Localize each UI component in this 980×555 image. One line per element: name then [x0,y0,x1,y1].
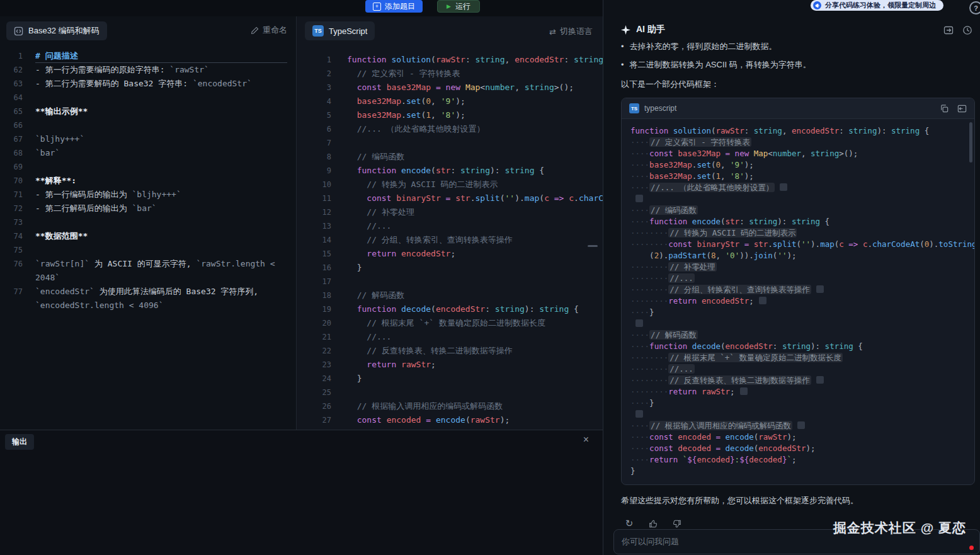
output-tab[interactable]: 输出 [5,434,34,450]
code-line: 63- 第二行为需要解码的 Base32 字符串: `encodedStr` [0,77,296,91]
line-number: 66 [0,118,35,132]
close-icon[interactable]: × [583,434,589,445]
share-banner-button[interactable]: 分享代码练习体验，领限量定制周边 [811,0,943,11]
code-line [630,193,974,205]
share-banner-label: 分享代码练习体验，领限量定制周边 [825,1,936,10]
code-line: 64 [0,91,296,105]
code-line: (2).padStart(8, '0')).join(''); [630,250,974,261]
line-number: 8 [297,150,347,164]
code-line: 22 // 反查转换表、转换二进制数据等操作 [297,344,603,358]
add-question-label: 添加题目 [385,1,415,12]
line-number: 76 [0,257,35,271]
code-line: 9 function encode(str: string): string { [297,164,603,178]
code-line: ····const encoded = encode(rawStr); [630,432,974,443]
ai-code-content[interactable]: function solution(rawStr: string, encode… [622,119,974,484]
code-line: 21 //... [297,330,603,344]
rename-label: 重命名 [263,25,287,36]
problem-title-tab[interactable]: Base32 编码和解码 [6,21,107,40]
play-icon: ▶ [447,3,451,9]
copy-icon[interactable] [940,104,949,113]
line-number: 27 [297,413,347,427]
code-line: 1# 问题描述 [0,49,296,63]
code-line [630,318,974,329]
code-line: 75 [0,243,296,257]
code-line: ········return rawStr; [630,386,974,398]
code-line: 5 base32Map.set(1, '8'); [297,108,603,122]
switch-icon: ⇄ [549,27,556,37]
sparkle-icon [621,25,630,35]
ai-chat-input[interactable]: 你可以问我问题 [613,529,980,554]
ai-assistant-panel: AI 助手 • 去掉补充的零，得到原始的二进制数据。 • 将二进制数据转换为 A… [603,0,980,555]
code-line: ····} [630,307,974,318]
language-tab[interactable]: TS TypeScript [305,21,375,40]
run-button[interactable]: ▶ 运行 [437,0,480,13]
code-line: 1function solution(rawStr: string, encod… [297,53,603,67]
add-icon: + [373,3,381,11]
markdown-editor[interactable]: 1# 问题描述62- 第一行为需要编码的原始字符串: `rawStr`63- 第… [0,45,296,430]
code-line: 72- 第二行解码后的输出为 `bar` [0,202,296,215]
code-line: ····base32Map.set(1, '8'); [630,171,974,182]
code-line: ····return `${encoded}:${decoded}`; [630,454,974,466]
line-number: 22 [297,344,347,358]
code-language-label: typescript [644,104,676,113]
line-number: 26 [297,399,347,413]
code-line: 7 [297,136,603,150]
code-line: ····function decode(encodedStr: string):… [630,341,974,352]
ai-input-placeholder: 你可以问我问题 [622,536,679,547]
problem-icon [14,26,23,36]
code-line: ····} [630,398,974,409]
app-root: + 添加题目 ▶ 运行 分享代码练习体验，领限量定制周边 ? Base32 编码… [0,0,980,555]
code-block-header: TS typescript [622,98,974,119]
code-line: 8 // 编码函数 [297,150,603,164]
switch-language-label: 切换语言 [560,26,593,37]
line-number: 16 [297,261,347,275]
code-line: 27 const encoded = encode(rawStr); [297,413,603,427]
line-number: 10 [297,178,347,192]
line-number: 15 [297,247,347,261]
code-block-actions [940,104,967,113]
megaphone-icon [813,1,821,9]
code-line: 3 const base32Map = new Map<number, stri… [297,81,603,94]
switch-language-button[interactable]: ⇄ 切换语言 [549,26,593,37]
line-number: 68 [0,146,35,160]
code-line: ····// 解码函数 [630,329,974,341]
code-line: 24 } [297,372,603,386]
code-line: `encodedStr.length < 4096` [0,299,296,312]
line-number: 65 [0,105,35,118]
code-line: 77`encodedStr` 为使用此算法编码后的 Base32 字符序列, [0,285,296,299]
line-number: 72 [0,202,35,215]
code-line: 18 // 解码函数 [297,289,603,302]
scrollbar-thumb[interactable] [588,245,598,247]
line-number: 9 [297,164,347,178]
line-number: 1 [297,53,347,67]
ai-assistant-header: AI 助手 [621,24,665,35]
code-line: } [630,466,974,477]
code-line: ····base32Map.set(0, '9'); [630,159,974,171]
add-question-button[interactable]: + 添加题目 [365,0,423,13]
rename-button[interactable]: 重命名 [251,25,287,36]
code-line: 13 //... [297,219,603,233]
code-line: 4 base32Map.set(0, '9'); [297,94,603,108]
code-line: 2 // 定义索引 - 字符转换表 [297,67,603,81]
code-line: ····const decoded = decode(encodedStr); [630,443,974,454]
scrollbar-thumb[interactable] [969,122,972,163]
code-line: 62- 第一行为需要编码的原始字符串: `rawStr` [0,63,296,77]
line-number: 1 [0,49,35,63]
code-line: ········// 分组、转换索引、查询转换表等操作 [630,284,974,295]
code-line: 71- 第一行编码后的输出为 `bljhy+++` [0,188,296,202]
code-line: 23 return rawStr; [297,358,603,372]
code-line: 69 [0,160,296,174]
code-line: 68`bar` [0,146,296,160]
code-editor[interactable]: 1function solution(rawStr: string, encod… [297,45,603,430]
new-chat-icon[interactable] [943,25,954,35]
help-icon[interactable]: ? [969,1,980,14]
record-dot-icon [969,546,974,550]
bullet-text: 去掉补充的零，得到原始的二进制数据。 [630,40,777,52]
code-line: ····// 根据输入调用相应的编码或解码函数 [630,420,974,432]
code-line: ········//... [630,363,974,375]
output-panel: 输出 × [0,430,603,555]
insert-code-icon[interactable] [957,104,967,113]
line-number: 13 [297,219,347,233]
history-icon[interactable] [962,25,972,35]
line-number: 5 [297,108,347,122]
